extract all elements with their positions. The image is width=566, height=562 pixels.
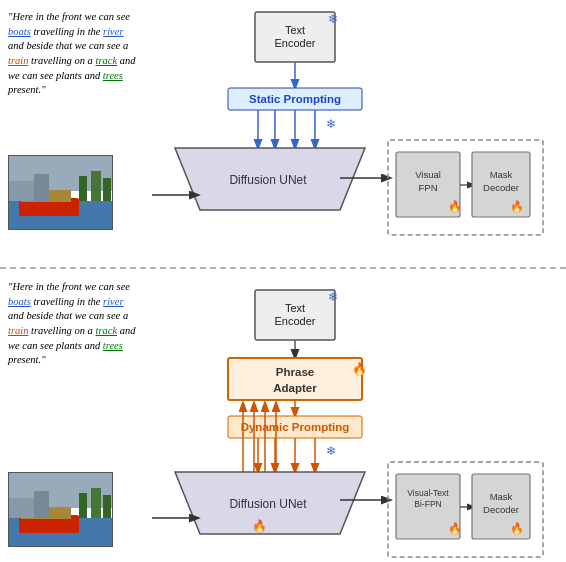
svg-rect-71 [34, 174, 49, 201]
svg-text:🔥: 🔥 [448, 521, 462, 535]
svg-rect-12 [388, 140, 543, 235]
svg-text:Visual-Text: Visual-Text [407, 488, 449, 498]
bottom-quote: "Here in the front we can see boats trav… [8, 280, 138, 368]
svg-text:❄: ❄ [328, 12, 338, 26]
svg-text:🔥: 🔥 [510, 199, 524, 213]
svg-rect-3 [228, 88, 362, 110]
svg-text:Diffusion UNet: Diffusion UNet [229, 497, 307, 511]
svg-rect-13 [396, 152, 460, 217]
top-quote: "Here in the front we can see boats trav… [8, 10, 138, 98]
svg-marker-9 [175, 148, 365, 210]
svg-text:Visual: Visual [415, 169, 441, 180]
svg-rect-40 [472, 474, 530, 539]
svg-rect-68 [91, 171, 101, 201]
svg-text:Mask: Mask [490, 491, 513, 502]
svg-text:Phrase: Phrase [276, 366, 314, 378]
svg-rect-76 [79, 493, 87, 518]
svg-text:Bi-FPN: Bi-FPN [414, 499, 441, 509]
svg-rect-80 [34, 491, 49, 518]
svg-rect-15 [472, 152, 530, 217]
svg-text:🔥: 🔥 [352, 361, 367, 376]
svg-text:❄: ❄ [328, 290, 338, 304]
svg-rect-21 [228, 358, 362, 400]
svg-rect-24 [228, 416, 362, 438]
svg-marker-34 [175, 472, 365, 534]
svg-rect-18 [255, 290, 335, 340]
svg-text:FPN: FPN [419, 182, 438, 193]
svg-text:Static Prompting: Static Prompting [249, 93, 341, 105]
svg-rect-37 [388, 462, 543, 557]
svg-text:🔥: 🔥 [252, 518, 267, 533]
svg-text:🔥: 🔥 [510, 521, 524, 535]
svg-text:Adapter: Adapter [273, 382, 317, 394]
bottom-scene-image [8, 472, 113, 547]
svg-text:Dynamic Prompting: Dynamic Prompting [241, 421, 350, 433]
svg-text:Decoder: Decoder [483, 504, 519, 515]
svg-text:Mask: Mask [490, 169, 513, 180]
svg-text:Decoder: Decoder [483, 182, 519, 193]
svg-rect-77 [91, 488, 101, 518]
svg-text:Diffusion UNet: Diffusion UNet [229, 173, 307, 187]
svg-rect-78 [103, 495, 111, 518]
svg-rect-38 [396, 474, 460, 539]
svg-rect-0 [255, 12, 335, 62]
svg-rect-69 [103, 178, 111, 201]
top-scene-image [8, 155, 113, 230]
svg-text:❄: ❄ [326, 117, 336, 131]
svg-text:🔥: 🔥 [448, 199, 462, 213]
svg-text:Text: Text [285, 302, 305, 314]
svg-rect-67 [79, 176, 87, 201]
diagram-container: ❄ ❄ 🔥 🔥 ❄ [0, 0, 566, 562]
svg-text:❄: ❄ [326, 444, 336, 458]
svg-text:Text: Text [285, 24, 305, 36]
svg-text:Encoder: Encoder [275, 315, 316, 327]
svg-text:Encoder: Encoder [275, 37, 316, 49]
